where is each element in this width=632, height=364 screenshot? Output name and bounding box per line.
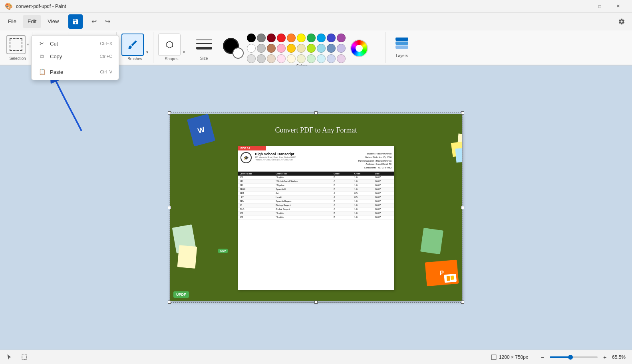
handle-bl[interactable] <box>168 301 171 304</box>
cut-menu-item[interactable]: ✂ Cut Ctrl+X <box>32 37 119 50</box>
swatch-white[interactable] <box>247 44 256 53</box>
zoom-slider[interactable] <box>550 356 598 358</box>
dob: Date of Birth : April 5, 2006 <box>358 156 392 159</box>
copy-icon: ⧉ <box>38 52 46 60</box>
swatch-light7[interactable] <box>307 54 316 63</box>
background-color[interactable] <box>233 47 244 59</box>
swatch-slate[interactable] <box>327 44 336 53</box>
undo-button[interactable]: ↩ <box>87 15 100 28</box>
canvas-title: Convert PDF to Any Format <box>275 126 357 135</box>
swatches-row-3 <box>247 54 346 63</box>
pdf-title-row: 🎓 High School Transcript 123 Mountain Ro… <box>238 150 394 172</box>
swatch-light8[interactable] <box>317 54 326 63</box>
swatch-cream[interactable] <box>297 44 306 53</box>
close-button[interactable]: ✕ <box>609 0 627 13</box>
swatch-brown[interactable] <box>267 44 276 53</box>
titlebar-controls: — □ ✕ <box>572 0 627 13</box>
zoom-fill <box>550 356 569 358</box>
swatch-indigo[interactable] <box>327 34 336 42</box>
menubar: File Edit View ↩ ↪ <box>0 13 632 30</box>
swatch-gray[interactable] <box>257 34 266 42</box>
layer-bar-3 <box>395 46 408 49</box>
svg-rect-1 <box>22 355 27 360</box>
col-code: Course Code <box>238 172 274 176</box>
file-menu[interactable]: File <box>3 15 21 28</box>
table-row: 101*EnglishB1.006-07 <box>238 176 394 180</box>
swatch-light4[interactable] <box>277 54 286 63</box>
size-line-2 <box>196 43 212 44</box>
handle-br[interactable] <box>461 301 464 304</box>
selection-tool-button[interactable] <box>6 35 26 54</box>
size-label: Size <box>200 56 208 61</box>
zoom-in-button[interactable]: + <box>600 352 610 362</box>
swatch-purple[interactable] <box>337 34 346 42</box>
dimensions-icon <box>491 354 497 360</box>
swatch-light5[interactable] <box>287 54 296 63</box>
swatch-darkred[interactable] <box>267 34 276 42</box>
swatch-pink[interactable] <box>277 44 286 53</box>
doc-title: High School Transcript <box>255 152 358 156</box>
swatch-light2[interactable] <box>257 54 266 63</box>
zoom-out-button[interactable]: − <box>538 352 547 362</box>
paper-scrap-2 <box>177 245 197 269</box>
swatch-orange[interactable] <box>287 34 296 42</box>
updf-badge: UPDF <box>173 291 189 298</box>
size-section: Size <box>190 32 218 63</box>
layers-label: Layers <box>396 53 408 59</box>
swatch-red[interactable] <box>277 34 286 42</box>
canvas-area: Convert PDF to Any Format W X CSV P <box>0 65 632 350</box>
minimize-button[interactable]: — <box>572 0 590 13</box>
swatch-lavender[interactable] <box>337 44 346 53</box>
table-row: 110*Global-Social StudiesC1.006-07 <box>238 179 394 183</box>
swatch-green[interactable] <box>307 34 316 42</box>
brush-main-button[interactable] <box>121 34 144 56</box>
layers-button[interactable] <box>392 34 411 53</box>
pdf-logo: 🎓 <box>240 152 252 163</box>
swatch-light1[interactable] <box>247 54 256 63</box>
swatches-row-1 <box>247 34 346 42</box>
svg-rect-2 <box>491 355 496 360</box>
table-row: 010*AlgebraB1.006-07 <box>238 183 394 187</box>
cursor-tool-status <box>6 354 12 360</box>
swatch-light6[interactable] <box>297 54 306 63</box>
maximize-button[interactable]: □ <box>590 0 609 13</box>
app-title: convert-pdf-updf - Paint <box>16 4 66 9</box>
redo-button[interactable]: ↪ <box>101 15 114 28</box>
titlebar-left: 🎨 convert-pdf-updf - Paint <box>5 2 66 10</box>
swatch-blue[interactable] <box>317 34 326 42</box>
swatch-lightblue[interactable] <box>317 44 326 53</box>
swatch-black[interactable] <box>247 34 256 42</box>
brushes-dropdown-arrow[interactable]: ▾ <box>146 50 148 54</box>
col-grade: Grade <box>332 172 353 176</box>
shapes-main-button[interactable]: ⬡ <box>158 34 181 56</box>
copy-menu-item[interactable]: ⧉ Copy Ctrl+C <box>32 50 119 63</box>
size-line-3 <box>196 47 212 49</box>
zoom-status: − + 65.5% <box>538 352 626 362</box>
table-row: SPANSpanish IIIB1.006-07 <box>238 187 394 191</box>
col-title: Course Title <box>274 172 332 176</box>
color-picker-button[interactable] <box>350 40 368 57</box>
colors-section: Colors <box>218 32 386 63</box>
titlebar: 🎨 convert-pdf-updf - Paint — □ ✕ <box>0 0 632 13</box>
selection-dropdown-arrow[interactable]: ▾ <box>27 43 29 46</box>
settings-button[interactable] <box>614 14 629 29</box>
student-info: Student : Vincent Orenco Date of Birth :… <box>358 152 392 170</box>
swatch-gold[interactable] <box>287 44 296 53</box>
edit-menu[interactable]: Edit <box>23 15 41 28</box>
table-row: SPNSpanish RegentB1.006-07 <box>238 199 394 203</box>
paste-menu-item[interactable]: 📋 Paste Ctrl+V <box>32 65 119 78</box>
swatch-yellow[interactable] <box>297 34 306 42</box>
swatch-silver[interactable] <box>257 44 266 53</box>
swatch-light3[interactable] <box>267 54 276 63</box>
save-button[interactable] <box>68 14 83 29</box>
app-icon: 🎨 <box>5 2 13 10</box>
view-menu[interactable]: View <box>43 15 64 28</box>
swatches-grid <box>247 34 346 63</box>
shapes-dropdown-arrow[interactable]: ▾ <box>183 50 185 54</box>
swatch-lime[interactable] <box>307 44 316 53</box>
handle-bc[interactable] <box>314 301 318 304</box>
col-date: Date <box>374 172 394 176</box>
swatch-light9[interactable] <box>327 54 336 63</box>
swatch-light10[interactable] <box>337 54 346 63</box>
selection-section: ▾ Selection <box>3 32 32 63</box>
